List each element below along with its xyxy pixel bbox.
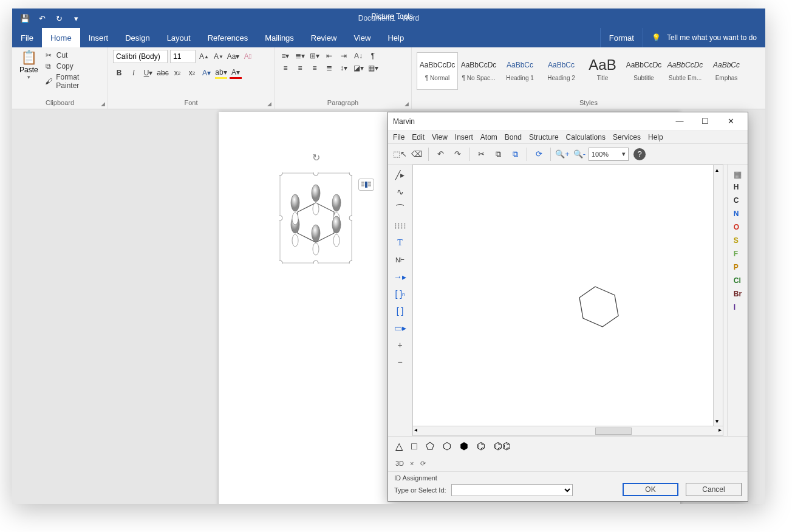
paragraph-launcher-icon[interactable]: ◢ [405, 101, 409, 107]
rectangle-icon[interactable]: ▭▸ [391, 320, 409, 336]
fused-ring-icon[interactable]: ⌬⌬ [494, 440, 511, 452]
tab-references[interactable]: References [199, 28, 256, 47]
menu-calculations[interactable]: Calculations [566, 133, 606, 142]
h-scrollbar[interactable]: ◂ ▸ [413, 426, 723, 435]
paste-icon[interactable]: ⧉ [507, 146, 523, 162]
shading-icon[interactable]: ◪▾ [352, 62, 364, 74]
close-panel-icon[interactable]: × [410, 460, 414, 467]
justify-icon[interactable]: ≣ [323, 62, 335, 74]
underline-button[interactable]: U▾ [142, 67, 154, 79]
marvin-title-bar[interactable]: Marvin — ☐ ✕ [388, 112, 748, 131]
zoom-in-icon[interactable]: 🔍+ [555, 146, 570, 162]
arrow-tool-icon[interactable]: →▸ [391, 269, 409, 285]
tab-insert[interactable]: Insert [80, 28, 117, 47]
pentagon-icon[interactable]: ⬠ [426, 440, 434, 452]
selected-image-object[interactable]: ↻ [279, 172, 352, 264]
save-icon[interactable]: 💾 [18, 12, 32, 25]
menu-services[interactable]: Services [613, 133, 641, 142]
bullets-icon[interactable]: ≡▾ [279, 50, 292, 62]
element-n[interactable]: N [734, 210, 742, 218]
show-marks-icon[interactable]: ¶ [367, 50, 379, 62]
tab-review[interactable]: Review [302, 28, 346, 47]
change-case-icon[interactable]: Aa▾ [227, 50, 239, 63]
menu-view[interactable]: View [432, 133, 448, 142]
tab-layout[interactable]: Layout [159, 28, 199, 47]
font-color-icon[interactable]: A▾ [230, 67, 242, 79]
rotate-icon[interactable]: ⟳ [531, 146, 547, 162]
id-select[interactable] [451, 484, 573, 496]
line-spacing-icon[interactable]: ↕▾ [338, 62, 350, 74]
decrease-indent-icon[interactable]: ⇤ [323, 50, 335, 62]
tell-me-search[interactable]: 💡 Tell me what you want to do [643, 28, 765, 47]
format-painter-button[interactable]: 🖌Format Painter [44, 73, 103, 90]
chain-icon[interactable]: ∿ [391, 184, 409, 200]
font-name-select[interactable] [113, 50, 168, 63]
align-center-icon[interactable]: ≡ [294, 62, 306, 74]
periodic-table-icon[interactable]: ▦ [734, 169, 742, 179]
minus-icon[interactable]: − [391, 354, 409, 370]
triangle-icon[interactable]: △ [395, 440, 403, 452]
menu-file[interactable]: File [393, 133, 405, 142]
superscript-button[interactable]: x2 [186, 67, 198, 79]
undo-icon[interactable]: ↶ [432, 146, 448, 162]
element-p[interactable]: P [734, 263, 742, 271]
eraser-icon[interactable]: ⌫ [409, 146, 425, 162]
style-subtitle[interactable]: AaBbCcDcSubtitle [623, 52, 664, 90]
menu-help[interactable]: Help [648, 133, 663, 142]
tab-format[interactable]: Format [600, 28, 643, 47]
menu-insert[interactable]: Insert [455, 133, 473, 142]
element-i[interactable]: I [734, 303, 742, 312]
3d-label[interactable]: 3D [395, 460, 404, 467]
clipboard-launcher-icon[interactable]: ◢ [101, 101, 105, 107]
shrink-font-icon[interactable]: A▼ [213, 50, 225, 63]
hexagon-icon[interactable]: ⬢ [460, 440, 468, 452]
v-scrollbar[interactable]: ▴ ▾ [713, 165, 723, 426]
sort-icon[interactable]: A↓ [352, 50, 364, 62]
close-icon[interactable]: ✕ [719, 113, 743, 130]
align-right-icon[interactable]: ≡ [309, 62, 321, 74]
style-emphas[interactable]: AaBbCcEmphas [706, 52, 747, 90]
menu-atom[interactable]: Atom [480, 133, 497, 142]
plus-icon[interactable]: + [391, 337, 409, 353]
brackets-icon[interactable]: [ ] [391, 303, 409, 319]
multilevel-icon[interactable]: ⊞▾ [309, 50, 321, 62]
layout-options-icon[interactable] [358, 179, 374, 191]
cut-icon[interactable]: ✂ [473, 146, 489, 162]
tab-help[interactable]: Help [379, 28, 412, 47]
help-icon[interactable]: ? [633, 148, 646, 160]
font-launcher-icon[interactable]: ◢ [267, 101, 271, 107]
tab-file[interactable]: File [12, 28, 42, 47]
single-bond-icon[interactable]: ╱▸ [391, 167, 409, 183]
rotate-handle-icon[interactable]: ↻ [312, 152, 320, 163]
style--normal[interactable]: AaBbCcDc¶ Normal [417, 52, 458, 90]
paste-button[interactable]: 📋 Paste ▾ [17, 50, 41, 90]
subscript-button[interactable]: x2 [171, 67, 183, 79]
zoom-out-icon[interactable]: 🔍- [572, 146, 587, 162]
refresh-icon[interactable]: ⟳ [420, 460, 426, 468]
tab-home[interactable]: Home [42, 28, 80, 47]
menu-bond[interactable]: Bond [505, 133, 522, 142]
italic-button[interactable]: I [128, 67, 140, 79]
element-br[interactable]: Br [734, 290, 742, 298]
benzene-icon[interactable]: ⌬ [477, 440, 485, 452]
bold-button[interactable]: B [113, 67, 125, 79]
undo-icon[interactable]: ↶ [35, 12, 49, 25]
ruler-icon[interactable]: ┆┆┆┆ [391, 218, 409, 234]
zoom-select[interactable]: 100%▾ [589, 148, 629, 161]
redo-icon[interactable]: ↻ [52, 12, 66, 25]
cancel-button[interactable]: Cancel [686, 483, 742, 496]
text-tool-icon[interactable]: T [391, 235, 409, 251]
qat-dropdown-icon[interactable]: ▾ [69, 12, 83, 25]
clear-format-icon[interactable]: A⃠ [242, 50, 254, 63]
hexagon-flat-icon[interactable]: ⬡ [443, 440, 451, 452]
copy-icon[interactable]: ⧉ [490, 146, 506, 162]
minimize-icon[interactable]: — [667, 113, 692, 130]
element-s[interactable]: S [734, 236, 742, 245]
menu-edit[interactable]: Edit [412, 133, 425, 142]
increase-indent-icon[interactable]: ⇥ [338, 50, 350, 62]
cut-button[interactable]: ✂Cut [44, 51, 103, 60]
marvin-canvas[interactable]: ◂ ▸ ▴ ▾ [412, 165, 723, 436]
tab-design[interactable]: Design [117, 28, 158, 47]
label-tool-icon[interactable]: N⊢ [391, 252, 409, 268]
style-subtle-em-[interactable]: AaBbCcDcSubtle Em... [664, 52, 706, 90]
